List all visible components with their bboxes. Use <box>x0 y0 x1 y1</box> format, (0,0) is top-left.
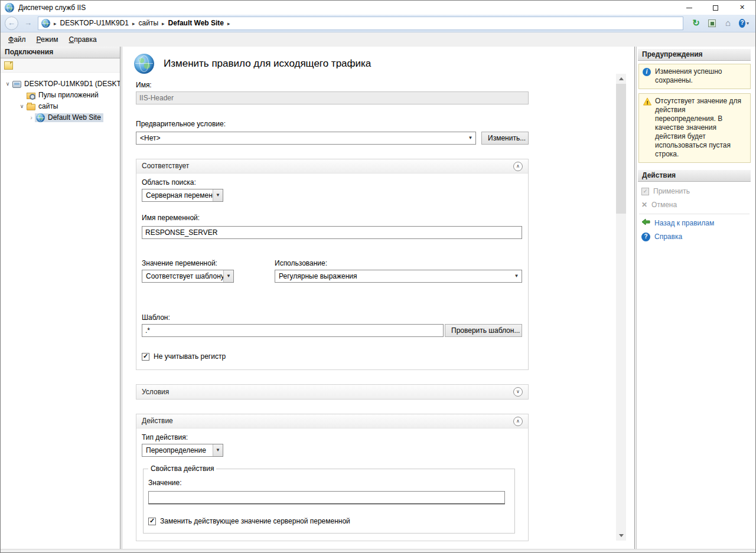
connections-header: Подключения <box>1 47 120 58</box>
actions-header: Действия <box>638 170 751 182</box>
precondition-label: Предварительное условие: <box>136 120 529 129</box>
scroll-up-button[interactable] <box>616 74 626 84</box>
maximize-button[interactable] <box>702 1 729 15</box>
match-section-header[interactable]: Соответствует ∧ <box>136 159 528 174</box>
sites-folder-icon <box>27 104 35 110</box>
chevron-down-icon: ▼ <box>465 132 475 144</box>
chevron-down-icon: ▾ <box>747 21 749 27</box>
feature-globe-icon <box>134 54 154 74</box>
variable-name-label: Имя переменной: <box>142 214 522 222</box>
collapse-icon[interactable]: ∧ <box>513 162 523 171</box>
matching-scope-select[interactable]: Серверная переменная ▼ <box>142 189 223 202</box>
rule-name-input <box>136 91 529 104</box>
tree-item-app-pools[interactable]: Пулы приложений <box>1 90 120 101</box>
expand-icon[interactable]: ∨ <box>513 387 523 397</box>
test-pattern-button[interactable]: Проверить шаблон... <box>445 324 522 337</box>
action-type-select[interactable]: Переопределение ▼ <box>142 444 223 457</box>
pattern-input[interactable] <box>142 324 444 337</box>
breadcrumb: DESKTOP-U1MK9D1 сайты Default Web Site <box>38 17 683 30</box>
forward-arrow-icon: → <box>24 18 32 28</box>
scroll-down-icon <box>619 534 624 537</box>
menu-file[interactable]: Файл <box>3 33 31 47</box>
breadcrumb-item-server[interactable]: DESKTOP-U1MK9D1 <box>60 19 129 28</box>
info-alert: i Изменения успешно сохранены. <box>638 64 751 89</box>
action-section-title: Действие <box>142 417 173 426</box>
variable-value-label: Значение переменной: <box>142 259 275 268</box>
menu-help[interactable]: Справка <box>64 33 102 47</box>
back-arrow-icon <box>641 218 650 228</box>
menu-view[interactable]: Режим <box>31 33 64 47</box>
tree-item-server[interactable]: ∨ DESKTOP-U1MK9D1 (DESKTOP <box>1 78 120 90</box>
tree-label-server: DESKTOP-U1MK9D1 (DESKTOP <box>24 80 120 89</box>
iis-manager-window: Диспетчер служб IIS ✕ ← → DESKTOP-U1MK9D… <box>0 0 756 553</box>
back-to-rules-link[interactable]: Назад к правилам <box>638 216 751 230</box>
refresh-icon[interactable]: ↻ <box>691 18 701 28</box>
info-alert-text: Изменения успешно сохранены. <box>655 67 722 84</box>
help-menu-button[interactable]: ?▾ <box>739 18 749 28</box>
replace-value-checkbox[interactable] <box>148 518 156 525</box>
precondition-select[interactable]: <Нет> ▼ <box>136 132 476 145</box>
forward-button[interactable]: → <box>21 17 35 30</box>
back-button[interactable]: ← <box>5 17 18 30</box>
minimize-button[interactable] <box>676 1 702 15</box>
home-icon[interactable]: ⌂ <box>723 18 733 28</box>
breadcrumb-item-sites[interactable]: сайты <box>139 19 159 28</box>
warning-alert-text: Отсутствует значение для действия переоп… <box>655 97 741 158</box>
close-icon: ✕ <box>739 4 745 12</box>
create-connection-icon[interactable] <box>4 61 13 70</box>
scope-label: Область поиска: <box>142 178 522 187</box>
edit-precondition-button[interactable]: Изменить... <box>481 132 529 145</box>
warning-alert: ! Отсутствует значение для действия пере… <box>638 93 751 163</box>
maximize-icon <box>713 5 718 11</box>
pattern-label: Шаблон: <box>142 313 522 322</box>
window-title: Диспетчер служб IIS <box>18 4 86 12</box>
breadcrumb-item-default-web-site[interactable]: Default Web Site <box>168 19 224 28</box>
name-label: Имя: <box>136 81 529 90</box>
breadcrumb-separator-icon <box>54 19 57 28</box>
content-panel: Изменить правило для исходящего трафика … <box>122 47 635 549</box>
help-icon: ? <box>739 19 745 28</box>
chevron-down-icon: ▼ <box>223 270 233 282</box>
vertical-scrollbar[interactable] <box>616 74 626 541</box>
collapse-icon[interactable]: ∧ <box>513 417 523 426</box>
action-properties-group: Свойства действия Значение: Заменить дей… <box>143 469 515 534</box>
status-strip <box>1 549 755 552</box>
variable-name-input[interactable] <box>142 226 522 239</box>
stop-icon[interactable] <box>707 18 717 28</box>
action-value-input[interactable] <box>148 491 505 504</box>
scrollbar-thumb[interactable] <box>616 84 626 214</box>
server-icon <box>12 81 21 88</box>
chevron-expanded-icon[interactable]: ∨ <box>18 103 25 110</box>
address-bar: ← → DESKTOP-U1MK9D1 сайты Default Web Si… <box>1 15 755 32</box>
close-button[interactable]: ✕ <box>729 1 755 15</box>
action-section-header[interactable]: Действие ∧ <box>136 414 528 428</box>
scroll-down-button[interactable] <box>616 531 626 541</box>
conditions-section-header[interactable]: Условия ∨ <box>136 385 528 399</box>
menu-bar: Файл Режим Справка <box>1 32 755 47</box>
warning-icon: ! <box>643 97 652 108</box>
actions-panel: Предупреждения i Изменения успешно сохра… <box>636 47 755 549</box>
connections-toolbar <box>1 58 120 73</box>
cancel-button: ✕ Отмена <box>638 198 751 212</box>
breadcrumb-separator-icon <box>132 19 135 28</box>
tree-label-app-pools: Пулы приложений <box>38 91 99 100</box>
address-toolbar: ↻ ⌂ ?▾ <box>686 18 751 28</box>
alerts-header: Предупреждения <box>638 49 751 61</box>
ignore-case-checkbox[interactable] <box>142 353 149 361</box>
tree-item-default-web-site[interactable]: › Default Web Site <box>1 112 120 123</box>
application-pools-icon <box>27 93 35 99</box>
selected-tree-item[interactable]: Default Web Site <box>35 113 103 122</box>
info-icon: i <box>643 68 651 76</box>
cancel-icon: ✕ <box>641 201 647 210</box>
using-select[interactable]: Регулярные выражения ▼ <box>275 270 522 283</box>
variable-value-select[interactable]: Соответствует шаблону ▼ <box>142 270 234 283</box>
chevron-collapsed-icon[interactable]: › <box>28 114 35 122</box>
tree-item-sites[interactable]: ∨ сайты <box>1 101 120 112</box>
tree-label-default-web-site: Default Web Site <box>48 113 101 122</box>
chevron-expanded-icon[interactable]: ∨ <box>4 81 11 87</box>
connections-tree: ∨ DESKTOP-U1MK9D1 (DESKTOP Пулы приложен… <box>1 73 120 123</box>
help-link[interactable]: ? Справка <box>638 230 751 244</box>
action-section: Действие ∧ Тип действия: Переопределение… <box>136 414 529 541</box>
site-globe-icon <box>41 19 50 28</box>
value-label: Значение: <box>148 479 509 487</box>
